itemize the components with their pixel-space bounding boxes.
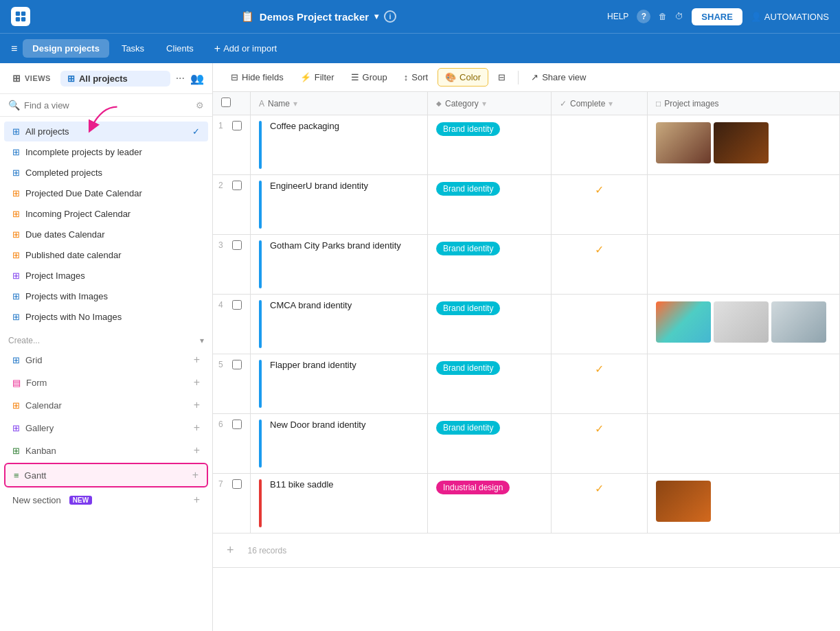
- header-dropdown-icon[interactable]: ▾: [374, 12, 378, 21]
- table-row: 2 EngineerU brand identity Brand identit…: [213, 175, 840, 235]
- table-row: 4 CMCA brand identity Brand identity: [213, 295, 840, 354]
- sidebar-item-completed-projects[interactable]: ⊞ Completed projects: [4, 163, 208, 183]
- sidebar-item-incomplete-projects[interactable]: ⊞ Incomplete projects by leader: [4, 142, 208, 162]
- sidebar-item-all-projects[interactable]: ⊞ All projects ✓: [4, 122, 208, 141]
- content-area: ⊟ Hide fields ⚡ Filter ☰ Group ↕ Sort 🎨 …: [213, 63, 840, 631]
- create-form-item[interactable]: ▤ Form +: [4, 371, 208, 393]
- grid-icon: ⊞: [12, 126, 20, 137]
- grid-icon: ⊞: [12, 312, 20, 322]
- create-grid-item[interactable]: ⊞ Grid +: [4, 349, 208, 371]
- gantt-plus-icon[interactable]: +: [192, 469, 198, 481]
- new-section-plus-icon[interactable]: +: [194, 494, 200, 506]
- automations-button[interactable]: 👤 AUTOMATIONS: [751, 12, 829, 22]
- more-options-icon[interactable]: ···: [176, 72, 185, 84]
- row-name-text: B11 bike saddle: [270, 479, 334, 490]
- calendar-icon: ⊞: [12, 229, 20, 240]
- grid-plus-icon[interactable]: +: [194, 354, 200, 366]
- nav-bar: ≡ Design projects Tasks Clients + Add or…: [0, 33, 840, 63]
- project-image-thumb: [771, 301, 826, 343]
- top-header: 📋 Demos Project tracker ▾ i HELP ? 🗑 ⏱ S…: [0, 0, 840, 33]
- main-layout: ⊞ VIEWS ⊞ All projects ··· 👥 🔍 ⚙ ⊞ All p…: [0, 63, 840, 631]
- th-checkbox: [213, 92, 251, 115]
- select-all-checkbox[interactable]: [221, 97, 231, 107]
- sidebar-item-projects-no-images[interactable]: ⊞ Projects with No Images: [4, 307, 208, 327]
- user-icon: 👤: [751, 12, 762, 22]
- category-col-dropdown[interactable]: ▾: [482, 99, 486, 108]
- all-projects-tab[interactable]: ⊞ All projects: [60, 71, 170, 87]
- color-button[interactable]: 🎨 Color: [438, 68, 488, 87]
- new-section-row[interactable]: New section NEW +: [4, 489, 208, 511]
- create-gantt-item[interactable]: ≡ Gantt +: [4, 463, 208, 487]
- project-icon: 📋: [241, 10, 254, 23]
- svg-rect-2: [16, 17, 20, 21]
- th-name: A Name ▾: [251, 92, 428, 115]
- sidebar-item-projects-with-images[interactable]: ⊞ Projects with Images: [4, 286, 208, 306]
- row-name-text: Coffee packaging: [270, 121, 339, 131]
- sidebar-toolbar: ⊞ VIEWS ⊞ All projects ··· 👥: [0, 63, 212, 94]
- sidebar-item-published-date[interactable]: ⊞ Published date calendar: [4, 245, 208, 265]
- share-view-icon: ↗: [531, 72, 538, 82]
- group-button[interactable]: ☰ Group: [344, 69, 394, 86]
- gallery-plus-icon[interactable]: +: [194, 422, 200, 434]
- sidebar-item-projected-due-date[interactable]: ⊞ Projected Due Date Calendar: [4, 183, 208, 203]
- views-button[interactable]: ⊞ VIEWS: [8, 70, 55, 87]
- th-project-images: □ Project images: [648, 92, 840, 115]
- row-color-bar: [259, 181, 262, 229]
- table-row: 3 Gotham City Parks brand identity Brand…: [213, 235, 840, 295]
- sidebar-item-incoming-project[interactable]: ⊞ Incoming Project Calendar: [4, 204, 208, 224]
- share-button[interactable]: SHARE: [692, 8, 742, 25]
- nav-tab-design-projects[interactable]: Design projects: [23, 39, 109, 58]
- calendar-icon: ⊞: [12, 188, 20, 198]
- help-icon[interactable]: ?: [637, 10, 650, 23]
- row-name-text: Flapper brand identity: [270, 360, 356, 370]
- form-plus-icon[interactable]: +: [194, 376, 200, 389]
- name-col-dropdown[interactable]: ▾: [293, 99, 297, 108]
- share-view-button[interactable]: ↗ Share view: [524, 69, 593, 86]
- kanban-plus-icon[interactable]: +: [194, 444, 200, 457]
- row-checkbox[interactable]: [232, 479, 242, 489]
- complete-checkmark: ✓: [595, 363, 604, 376]
- row-checkbox[interactable]: [232, 300, 242, 310]
- row-checkbox[interactable]: [232, 420, 242, 429]
- nav-tab-tasks[interactable]: Tasks: [112, 39, 154, 58]
- history-icon[interactable]: ⏱: [675, 12, 683, 21]
- project-image-thumb: [656, 122, 711, 163]
- hide-fields-button[interactable]: ⊟ Hide fields: [224, 69, 291, 86]
- create-gallery-item[interactable]: ⊞ Gallery +: [4, 417, 208, 439]
- gear-icon[interactable]: ⚙: [196, 100, 204, 111]
- people-icon[interactable]: 👥: [190, 72, 204, 85]
- create-chevron-icon[interactable]: ▾: [200, 336, 204, 345]
- form-create-icon: ▤: [12, 378, 21, 388]
- filter-button[interactable]: ⚡ Filter: [293, 69, 341, 86]
- create-calendar-item[interactable]: ⊞ Calendar +: [4, 394, 208, 416]
- add-or-import-button[interactable]: + Add or import: [206, 38, 285, 59]
- delete-icon[interactable]: 🗑: [659, 12, 667, 21]
- active-check-icon: ✓: [192, 126, 200, 137]
- calendar-plus-icon[interactable]: +: [194, 399, 200, 411]
- add-row-icon[interactable]: +: [221, 538, 240, 563]
- grid-icon: ⊞: [12, 291, 20, 301]
- hamburger-menu[interactable]: ≡: [8, 40, 20, 58]
- row-checkbox[interactable]: [232, 121, 242, 130]
- new-badge: NEW: [69, 496, 92, 505]
- calendar-icon: ⊞: [12, 209, 20, 219]
- nav-tab-clients[interactable]: Clients: [157, 39, 203, 58]
- header-right: HELP ? 🗑 ⏱ SHARE 👤 AUTOMATIONS: [607, 8, 829, 25]
- search-input[interactable]: [24, 100, 192, 111]
- sidebar-item-project-images[interactable]: ⊞ Project Images: [4, 266, 208, 286]
- create-kanban-item[interactable]: ⊞ Kanban +: [4, 439, 208, 461]
- row-checkbox[interactable]: [232, 240, 242, 250]
- complete-col-dropdown[interactable]: ▾: [609, 99, 613, 108]
- sort-icon: ↕: [404, 72, 409, 82]
- row-checkbox[interactable]: [232, 360, 242, 369]
- content-toolbar: ⊟ Hide fields ⚡ Filter ☰ Group ↕ Sort 🎨 …: [213, 63, 840, 92]
- gantt-create-icon: ≡: [14, 470, 19, 481]
- header-info-icon[interactable]: i: [384, 10, 396, 23]
- toolbar-separator: [518, 71, 519, 84]
- app-logo[interactable]: [11, 7, 30, 26]
- sort-button[interactable]: ↕ Sort: [397, 69, 435, 86]
- row-checkbox[interactable]: [232, 181, 242, 190]
- row-color-bar: [259, 420, 262, 468]
- sidebar-item-due-dates[interactable]: ⊞ Due dates Calendar: [4, 225, 208, 244]
- row-height-button[interactable]: ⊟: [491, 69, 512, 86]
